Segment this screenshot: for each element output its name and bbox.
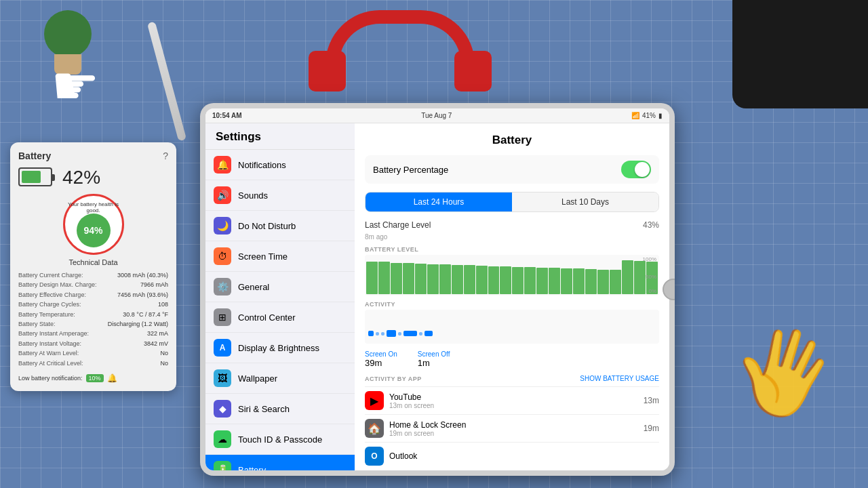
outlook-info: Outlook (389, 451, 659, 461)
low-battery-row: Low battery notification: 10% 🔔 (18, 373, 168, 383)
technical-data-label: Technical Data (18, 258, 168, 266)
act-dot-7 (419, 332, 422, 336)
sidebar-label-siri: Siri & Search (238, 404, 290, 414)
time-tabs: Last 24 Hours Last 10 Days (365, 192, 659, 212)
youtube-icon: ▶ (365, 391, 384, 410)
activity-chart (365, 310, 659, 344)
sidebar-item-battery[interactable]: 🔋 Battery (205, 455, 355, 470)
youtube-name: YouTube (389, 392, 638, 402)
bar-9 (464, 265, 475, 294)
app-row-outlook[interactable]: O Outlook (365, 442, 659, 470)
bar-12 (500, 266, 511, 294)
battery-percentage-toggle[interactable] (621, 161, 651, 178)
tech-data-table: Battery Current Charge:3008 mAh (40.3%) … (18, 270, 168, 368)
home-lock-icon: 🏠 (365, 419, 384, 438)
activity-label: ACTIVITY (365, 301, 659, 308)
battery-widget-help[interactable]: ? (163, 150, 168, 161)
battery-level-label: BATTERY LEVEL (365, 246, 659, 253)
screen-off-val: 1m (418, 358, 450, 368)
battery-status-icon: ▮ (658, 112, 663, 119)
home-lock-name: Home & Lock Screen (389, 420, 638, 430)
sidebar-item-notifications[interactable]: 🔔 Notifications (205, 150, 355, 180)
sidebar-item-control-center[interactable]: ⊞ Control Center (205, 302, 355, 333)
chart-label-100: 100% (643, 256, 656, 262)
bar-5 (415, 264, 427, 294)
sidebar-item-sounds[interactable]: 🔊 Sounds (205, 180, 355, 211)
show-battery-usage-btn[interactable]: SHOW BATTERY USAGE (580, 375, 659, 382)
sidebar-item-wallpaper[interactable]: 🖼 Wallpaper (205, 363, 355, 394)
bar-1 (366, 262, 378, 294)
screen-on-item: Screen On 39m (365, 350, 397, 368)
sidebar-item-siri-search[interactable]: ◆ Siri & Search (205, 394, 355, 424)
battery-percentage-row: Battery Percentage (365, 155, 659, 184)
sidebar-header: Settings (205, 123, 355, 150)
screen-on-label: Screen On (365, 350, 397, 358)
act-dot-8 (425, 331, 433, 336)
screen-off-label: Screen Off (418, 350, 450, 358)
battery-sidebar-icon: 🔋 (214, 461, 231, 470)
bar-3 (391, 263, 402, 294)
bar-2 (378, 262, 390, 294)
bar-21 (610, 270, 621, 294)
battery-health-msg: Your battery health is good. (66, 201, 121, 214)
battery-widget-title: Battery (18, 150, 51, 161)
act-dot-6 (403, 331, 417, 336)
sidebar-item-general[interactable]: ⚙️ General (205, 272, 355, 302)
headphones-decoration (305, 3, 495, 92)
black-object-decoration (732, 0, 868, 108)
sidebar-label-display-brightness: Display & Brightness (238, 343, 319, 353)
low-battery-toggle-icon[interactable]: 🔔 (107, 373, 117, 383)
screen-times: Screen On 39m Screen Off 1m (365, 350, 659, 368)
sidebar-item-do-not-disturb[interactable]: 🌙 Do Not Disturb (205, 211, 355, 241)
bar-8 (452, 265, 463, 294)
hand-cursor-icon: ☛ (51, 54, 100, 117)
battery-icon (18, 167, 56, 188)
bar-23 (634, 261, 646, 294)
chart-label-50: 50% (646, 274, 656, 280)
bar-16 (549, 268, 560, 294)
bar-22 (622, 260, 633, 294)
bar-15 (536, 268, 548, 294)
bar-10 (476, 266, 488, 294)
screen-on-val: 39m (365, 358, 397, 368)
ipad-content: Settings 🔔 Notifications 🔊 Sounds 🌙 Do N… (205, 123, 669, 470)
bar-14 (524, 267, 536, 294)
app-row-youtube[interactable]: ▶ YouTube 13m on screen 13m (365, 386, 659, 414)
do-not-disturb-icon: 🌙 (214, 217, 231, 235)
act-dot-4 (387, 330, 396, 337)
chart-label-0: 0% (648, 288, 656, 294)
battery-health-pct: 94% (77, 214, 111, 247)
youtube-time: 13m (644, 396, 659, 405)
bar-7 (439, 264, 451, 294)
home-lock-sub: 19m on screen (389, 430, 638, 437)
bar-6 (427, 264, 439, 294)
status-time: 10:54 AM (212, 112, 242, 119)
tab-last-10-days[interactable]: Last 10 Days (512, 192, 658, 211)
general-icon: ⚙️ (214, 278, 231, 296)
display-brightness-icon: A (214, 339, 231, 357)
low-battery-label: Low battery notification: (18, 375, 83, 382)
tab-last-24-hours[interactable]: Last 24 Hours (366, 192, 512, 211)
outlook-name: Outlook (389, 451, 659, 461)
sidebar-item-touch-id[interactable]: ☁ Touch ID & Passcode (205, 424, 355, 455)
home-lock-info: Home & Lock Screen 19m on screen (389, 420, 638, 437)
bar-11 (488, 266, 500, 294)
youtube-sub: 13m on screen (389, 402, 638, 409)
touch-id-icon: ☁ (214, 430, 231, 448)
ipad-screen: 10:54 AM Tue Aug 7 📶 41% ▮ Settings 🔔 No… (205, 108, 669, 470)
battery-widget: Battery ? 42% Your battery health is goo… (10, 142, 176, 391)
sidebar-item-display-brightness[interactable]: A Display & Brightness (205, 333, 355, 363)
sidebar: Settings 🔔 Notifications 🔊 Sounds 🌙 Do N… (205, 123, 355, 470)
status-bar: 10:54 AM Tue Aug 7 📶 41% ▮ (205, 108, 669, 123)
sidebar-label-control-center: Control Center (238, 312, 296, 323)
activity-by-app-header: ACTIVITY BY APP SHOW BATTERY USAGE (365, 375, 659, 382)
sounds-icon: 🔊 (214, 186, 231, 204)
notifications-icon: 🔔 (214, 156, 231, 174)
wallpaper-icon: 🖼 (214, 369, 231, 387)
sidebar-label-touch-id: Touch ID & Passcode (238, 434, 322, 445)
bar-19 (585, 269, 597, 294)
last-charge-pct: 43% (643, 220, 659, 230)
sidebar-item-screen-time[interactable]: ⏱ Screen Time (205, 241, 355, 272)
app-row-home-lock[interactable]: 🏠 Home & Lock Screen 19m on screen 19m (365, 414, 659, 442)
act-dot-3 (381, 332, 384, 336)
